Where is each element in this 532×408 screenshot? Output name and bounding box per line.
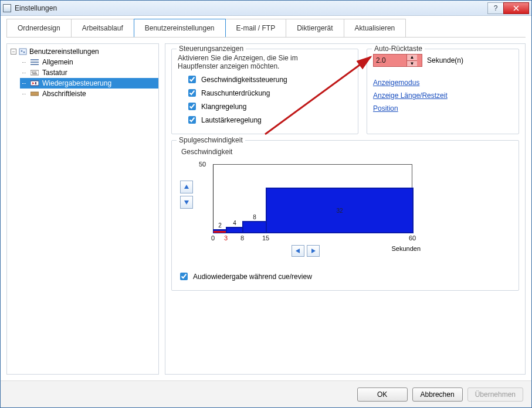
- tab-bar: Ordnerdesign Arbeitsablauf Benutzereinst…: [1, 16, 531, 37]
- chart-bar[interactable]: [243, 222, 266, 233]
- checkbox-audiowiedergabe-cue-review[interactable]: Audiowiedergabe während cue/review: [178, 271, 513, 282]
- tab-arbeitsablauf[interactable]: Arbeitsablauf: [71, 19, 134, 37]
- svg-rect-14: [31, 92, 39, 96]
- group-steuerungsanzeigen: Steuerungsanzeigen Aktivieren Sie die An…: [171, 49, 358, 134]
- tree-item-wiedergabesteuerung[interactable]: Wiedergabesteuerung: [20, 78, 158, 89]
- content-area: − Benutzereinstellungen Allgemein Tastat…: [1, 38, 531, 380]
- svg-rect-3: [31, 59, 39, 60]
- tree-item-label: Tastatur: [42, 69, 67, 77]
- svg-marker-15: [184, 185, 189, 189]
- svg-rect-9: [35, 72, 36, 73]
- svg-rect-0: [19, 49, 26, 55]
- svg-marker-17: [296, 249, 300, 253]
- group-description: Aktivieren Sie die Anzeigen, die Sie im …: [178, 54, 330, 70]
- interval-prev-button[interactable]: [292, 245, 304, 257]
- speed-chart: 50 24832 0381560 Sekunden: [198, 157, 421, 258]
- interval-next-button[interactable]: [307, 245, 320, 257]
- svg-point-2: [23, 52, 25, 53]
- tree-item-label: Allgemein: [42, 58, 73, 66]
- group-spulgeschwindigkeit: Spulgeschwindigkeit Geschwindigkeit 50 2…: [171, 140, 519, 291]
- help-button[interactable]: ?: [487, 2, 504, 14]
- x-axis-label: Sekunden: [391, 245, 421, 252]
- group-legend: Steuerungsanzeigen: [177, 45, 246, 53]
- checkbox-rauschunterdrueckung[interactable]: Rauschunterdrückung: [186, 87, 352, 98]
- link-anzeigemodus[interactable]: Anzeigemodus: [373, 79, 513, 87]
- tab-diktiergeraet[interactable]: Diktiergerät: [286, 19, 344, 37]
- tree-root-label: Benutzereinstellungen: [29, 47, 99, 56]
- checkbox-geschwindigkeitssteuerung[interactable]: Geschwindigkeitssteuerung: [186, 74, 352, 85]
- svg-marker-18: [311, 249, 316, 253]
- spinner-up-button[interactable]: ▲: [406, 55, 417, 60]
- speed-up-button[interactable]: [180, 181, 193, 193]
- spinner-down-button[interactable]: ▼: [406, 60, 417, 67]
- tree-item-allgemein[interactable]: Allgemein: [20, 57, 158, 67]
- app-icon: [3, 4, 11, 12]
- auto-backspace-unit: Sekunde(n): [427, 56, 463, 64]
- link-position[interactable]: Position: [373, 104, 513, 113]
- chart-bar-label: 2: [218, 222, 222, 229]
- link-anzeige-laenge-restzeit[interactable]: Anzeige Länge/Restzeit: [373, 91, 513, 100]
- bar-icon: [31, 90, 39, 97]
- tree-item-abschriftleiste[interactable]: Abschriftleiste: [20, 89, 158, 99]
- close-button[interactable]: [503, 2, 529, 14]
- tree-root[interactable]: − Benutzereinstellungen: [7, 46, 158, 57]
- checkbox-lautstaerkeregelung[interactable]: Lautstärkeregelung: [186, 114, 352, 125]
- svg-rect-13: [35, 82, 36, 84]
- chart-title: Geschwindigkeit: [181, 148, 513, 156]
- x-tick-label: 15: [262, 234, 269, 242]
- apply-button[interactable]: Übernehmen: [467, 387, 523, 402]
- checkbox-klangregelung[interactable]: Klangregelung: [186, 101, 352, 112]
- ok-button[interactable]: OK: [357, 387, 408, 402]
- chart-bar-label: 4: [233, 220, 236, 226]
- keyboard-icon: [31, 69, 39, 76]
- cancel-button[interactable]: Abbrechen: [412, 387, 463, 402]
- chart-bar[interactable]: [226, 227, 243, 233]
- dialog-footer: OK Abbrechen Übernehmen: [1, 380, 531, 407]
- tree-collapse-icon[interactable]: −: [11, 49, 16, 55]
- tree-item-label: Abschriftleiste: [42, 90, 86, 98]
- svg-marker-16: [184, 200, 189, 205]
- chart-bar-label: 32: [336, 208, 343, 214]
- tree-item-label: Wiedergabesteuerung: [42, 79, 111, 87]
- tree-item-tastatur[interactable]: Tastatur: [20, 67, 158, 78]
- group-legend: Spulgeschwindigkeit: [177, 136, 245, 144]
- x-tick-label: 8: [240, 234, 244, 242]
- window-buttons: ?: [488, 2, 529, 14]
- settings-window: Einstellungen ? Ordnerdesign Arbeitsabla…: [0, 0, 532, 408]
- tab-benutzereinstellungen[interactable]: Benutzereinstellungen: [134, 19, 226, 37]
- group-auto-ruecktaste: Auto-Rücktaste ▲ ▼ Sekunde(n) Anzeigemod: [367, 49, 519, 134]
- svg-point-1: [21, 50, 23, 52]
- chart-bar-label: 8: [253, 214, 256, 220]
- svg-rect-5: [31, 64, 39, 65]
- auto-backspace-value[interactable]: [374, 55, 406, 66]
- playback-icon: [31, 80, 39, 87]
- group-legend: Auto-Rücktaste: [372, 45, 425, 53]
- list-icon: [31, 59, 39, 66]
- settings-detail-pane: Steuerungsanzeigen Aktivieren Sie die An…: [165, 43, 526, 375]
- titlebar: Einstellungen ?: [1, 1, 531, 16]
- settings-tree: − Benutzereinstellungen Allgemein Tastat…: [6, 43, 159, 375]
- svg-rect-4: [31, 62, 39, 63]
- x-tick-label: 0: [211, 234, 215, 242]
- x-tick-label: 60: [409, 234, 416, 242]
- x-tick-label: 3: [224, 234, 228, 242]
- y-max-label: 50: [199, 161, 206, 168]
- svg-rect-10: [32, 73, 37, 74]
- speed-down-button[interactable]: [180, 196, 193, 209]
- window-title: Einstellungen: [15, 4, 488, 12]
- auto-links: Anzeigemodus Anzeige Länge/Restzeit Posi…: [373, 79, 513, 113]
- auto-backspace-spinner[interactable]: ▲ ▼: [373, 54, 422, 67]
- tab-ordnerdesign[interactable]: Ordnerdesign: [6, 19, 72, 37]
- tab-aktualisieren[interactable]: Aktualisieren: [344, 19, 406, 37]
- svg-rect-8: [33, 72, 35, 73]
- tab-email-ftp[interactable]: E-mail / FTP: [225, 19, 287, 37]
- svg-rect-7: [32, 72, 33, 73]
